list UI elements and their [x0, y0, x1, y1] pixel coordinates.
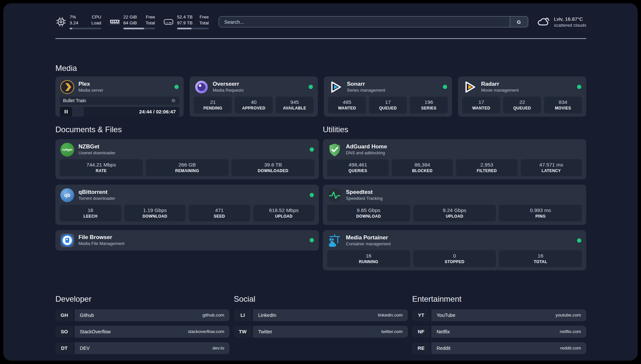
- stat-label: LATENCY: [522, 168, 581, 174]
- sonarr-card[interactable]: Sonarr Series management 485 WANTED 17 Q…: [324, 76, 452, 117]
- stat-label: LEECH: [61, 214, 120, 219]
- stat-label: PENDING: [195, 106, 230, 111]
- link-row-stackoverflow[interactable]: SO StackOverflow stackoverflow.com: [55, 326, 229, 338]
- memory-stat: 22 GiB 64 GiB Free Total: [109, 14, 155, 29]
- status-dot: [310, 193, 314, 197]
- stat-tile: 9.24 Gbps UPLOAD: [413, 205, 496, 222]
- adguard-card[interactable]: AdGuard Home DNS and adblocking 498,461 …: [323, 139, 586, 179]
- radarr-card[interactable]: Radarr Movie management 17 WANTED 22 QUE…: [458, 76, 586, 117]
- weather-condition: scattered clouds: [554, 23, 586, 28]
- link-row-netflix[interactable]: NF Netflix netflix.com: [412, 326, 586, 338]
- nzbget-card[interactable]: nzbget NZBGet Usenet downloader 744.21 M…: [55, 139, 319, 179]
- overseerr-card[interactable]: Overseerr Media Requests 21 PENDING 40 A…: [190, 76, 318, 117]
- sonarr-icon: [329, 80, 343, 94]
- gear-icon[interactable]: [171, 98, 176, 103]
- memory-icon: [109, 16, 120, 27]
- stat-value: 618.52 Mbps: [255, 207, 314, 214]
- stat-label: FILTERED: [457, 168, 516, 174]
- plex-card[interactable]: Plex Media server Bullet Train: [55, 76, 184, 117]
- section-title-developer: Developer: [55, 294, 229, 304]
- stat-label: RATE: [61, 168, 141, 174]
- link-name: Github: [80, 313, 94, 318]
- link-abbr: RE: [412, 342, 430, 354]
- link-abbr: TW: [234, 326, 252, 338]
- status-dot: [577, 85, 581, 89]
- stat-value: 834: [545, 99, 581, 106]
- system-stats: 7% 3.24 CPU Load: [55, 14, 209, 29]
- stat-value: 0.993 ms: [500, 207, 581, 214]
- stat-tile: 16 RUNNING: [327, 250, 410, 267]
- cpu-icon: [55, 16, 67, 27]
- link-url: reddit.com: [560, 346, 581, 350]
- stat-value: 40: [236, 99, 271, 106]
- stat-tile: 196 SERIES: [410, 97, 448, 114]
- stat-tile: 266 GB REMAINING: [146, 159, 229, 176]
- search-engine-button[interactable]: G: [510, 16, 528, 27]
- app-name: Media Portainer: [346, 234, 391, 241]
- stat-label: DOWNLOAD: [328, 214, 409, 219]
- link-name: Reddit: [437, 346, 450, 351]
- playback-progressbar: 24:44 / 02:06:47: [60, 107, 179, 117]
- stat-label: QUEUED: [504, 106, 540, 111]
- link-row-github[interactable]: GH Github github.com: [55, 309, 229, 321]
- stat-value: 266 GB: [147, 162, 228, 168]
- cpu-progressbar: [70, 28, 101, 29]
- stat-tile: 16 LEECH: [60, 205, 121, 222]
- link-name: Twitter: [258, 329, 272, 334]
- speedtest-card[interactable]: Speedtest Speedtest Tracking 9.65 Gbps D…: [323, 185, 586, 225]
- stat-tile: 618.52 Mbps UPLOAD: [253, 205, 315, 222]
- link-url: dev.to: [212, 346, 224, 350]
- disk-labels: Free Total: [199, 14, 209, 26]
- stat-tile: 16 TOTAL: [499, 250, 582, 267]
- qbittorrent-card[interactable]: qb qBittorrent Torrent downloader 16 LEE…: [55, 185, 319, 225]
- app-name: NZBGet: [78, 143, 115, 150]
- stat-tile: 2,953 FILTERED: [456, 159, 518, 176]
- stat-tile: 47.571 ms LATENCY: [521, 159, 582, 176]
- link-name: StackOverflow: [80, 329, 110, 334]
- speedtest-icon: [328, 188, 342, 202]
- link-name: DEV: [80, 346, 90, 351]
- stat-tile: 0 STOPPED: [413, 250, 496, 267]
- stat-tile: 471 SEED: [189, 205, 250, 222]
- stat-value: 0: [414, 253, 495, 259]
- search-input[interactable]: [219, 16, 528, 27]
- stat-value: 16: [328, 253, 409, 259]
- status-dot: [577, 238, 581, 243]
- stat-tile: 744.21 Mbps RATE: [60, 159, 143, 176]
- qbittorrent-icon: qb: [60, 188, 74, 202]
- link-row-reddit[interactable]: RE Reddit reddit.com: [412, 342, 586, 354]
- app-name: Overseerr: [213, 80, 244, 87]
- status-dot: [309, 85, 313, 89]
- utilities-column: Utilities AdGuard: [323, 117, 586, 276]
- stat-label: DOWNLOAD: [126, 214, 185, 219]
- link-url: stackoverflow.com: [188, 329, 224, 334]
- stat-label: MOVIES: [545, 106, 581, 111]
- link-row-youtube[interactable]: YT YouTube youtube.com: [412, 309, 586, 321]
- app-name: Radarr: [481, 80, 519, 87]
- stat-label: BLOCKED: [393, 168, 452, 174]
- cpu-values: 7% 3.24: [70, 14, 78, 26]
- stat-value: 196: [411, 99, 446, 106]
- dashboard-page: 7% 3.24 CPU Load: [3, 3, 638, 361]
- link-url: netflix.com: [560, 329, 581, 334]
- app-name: Plex: [78, 80, 103, 87]
- portainer-card[interactable]: Media Portainer Container management 16 …: [323, 230, 586, 270]
- disk-icon: [163, 16, 174, 27]
- section-title-documents: Documents & Files: [55, 125, 319, 135]
- stat-value: 86,384: [393, 162, 452, 168]
- cpu-stat: 7% 3.24 CPU Load: [55, 14, 101, 29]
- stat-tile: 485 WANTED: [328, 97, 366, 114]
- stat-tile: 9.65 Gbps DOWNLOAD: [327, 205, 410, 222]
- link-row-twitter[interactable]: TW Twitter twitter.com: [234, 326, 408, 338]
- link-row-dev[interactable]: DT DEV dev.to: [55, 342, 229, 354]
- link-row-linkedin[interactable]: LI LinkedIn linkedin.com: [234, 309, 408, 321]
- stat-tile: 22 QUEUED: [503, 97, 541, 114]
- stat-label: APPROVED: [236, 106, 271, 111]
- filebrowser-card[interactable]: File Browser Media File Management: [55, 230, 319, 251]
- app-subtitle: Movie management: [481, 88, 519, 93]
- link-url: youtube.com: [556, 313, 581, 318]
- media-grid: Plex Media server Bullet Train: [55, 76, 586, 117]
- stat-value: 744.21 Mbps: [61, 162, 141, 168]
- memory-values: 22 GiB 64 GiB: [123, 14, 137, 26]
- stat-label: AVAILABLE: [277, 106, 312, 111]
